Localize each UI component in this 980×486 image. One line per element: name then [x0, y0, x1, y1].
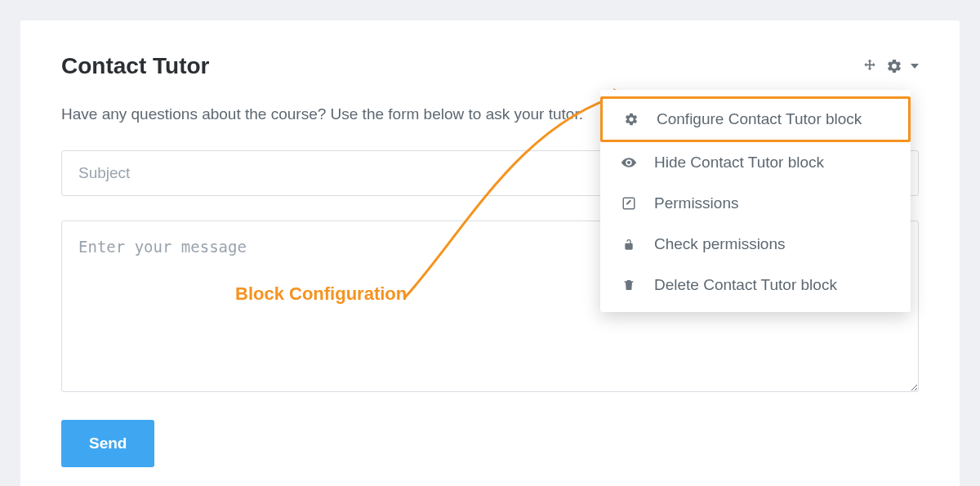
edit-icon — [620, 196, 638, 211]
page-background: Contact Tutor Ha — [0, 0, 980, 486]
eye-icon — [620, 154, 638, 171]
caret-down-icon[interactable] — [911, 62, 919, 70]
gear-icon — [622, 112, 640, 127]
menu-configure[interactable]: Configure Contact Tutor block — [600, 96, 911, 142]
annotation-label: Block Configuration — [235, 283, 407, 305]
menu-permissions-label: Permissions — [654, 194, 738, 212]
block-actions-menu: Configure Contact Tutor block Hide Conta… — [600, 90, 911, 312]
menu-hide-label: Hide Contact Tutor block — [654, 154, 824, 172]
menu-delete-label: Delete Contact Tutor block — [654, 276, 837, 294]
menu-permissions[interactable]: Permissions — [600, 183, 911, 224]
menu-check-permissions[interactable]: Check permissions — [600, 224, 911, 265]
menu-check-permissions-label: Check permissions — [654, 235, 786, 253]
unlock-icon — [620, 237, 638, 252]
menu-hide[interactable]: Hide Contact Tutor block — [600, 142, 911, 183]
block-controls — [862, 58, 919, 74]
menu-configure-label: Configure Contact Tutor block — [657, 110, 862, 128]
gear-icon[interactable] — [886, 58, 902, 74]
menu-delete[interactable]: Delete Contact Tutor block — [600, 265, 911, 305]
send-button[interactable]: Send — [61, 420, 154, 467]
block-header: Contact Tutor — [61, 53, 919, 79]
trash-icon — [620, 278, 638, 292]
block-title: Contact Tutor — [61, 53, 209, 79]
move-icon[interactable] — [862, 58, 878, 74]
contact-tutor-block: Contact Tutor Ha — [20, 20, 960, 486]
